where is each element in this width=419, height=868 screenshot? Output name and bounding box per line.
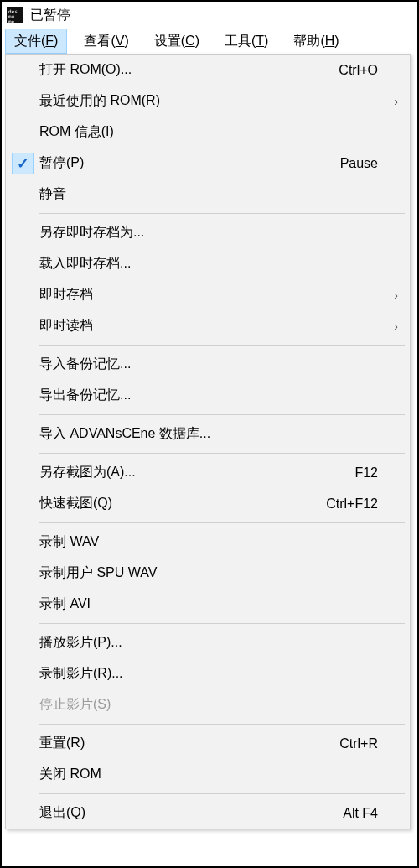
submenu-arrow-icon: ›: [378, 320, 398, 333]
menu-item-label: 录制影片(R)...: [39, 665, 311, 683]
menu-item-label: 最近使用的 ROM(R): [39, 92, 311, 110]
menubar: 文件(F)查看(V)设置(C)工具(T)帮助(H): [2, 29, 417, 54]
menu-item-label: 载入即时存档...: [39, 255, 311, 273]
menu-item-4[interactable]: 静音: [6, 179, 410, 210]
submenu-arrow-icon: ›: [378, 95, 398, 108]
menu-item-label: 停止影片(S): [39, 696, 311, 714]
menubar-item-2[interactable]: 设置(C): [146, 29, 208, 54]
menu-separator: [39, 724, 405, 725]
svg-text:me: me: [8, 18, 15, 23]
menu-separator: [39, 453, 405, 454]
menu-item-label: 静音: [39, 185, 311, 203]
menu-item-label: 暂停(P): [39, 154, 311, 172]
menubar-item-0[interactable]: 文件(F): [5, 29, 67, 54]
submenu-arrow-icon: ›: [378, 288, 398, 302]
menu-separator: [39, 345, 405, 346]
menu-item-label: 另存即时存档为...: [39, 224, 311, 242]
menu-item-label: 另存截图为(A)...: [39, 464, 311, 481]
menu-item-9[interactable]: 即时读档›: [6, 310, 410, 341]
menu-separator: [39, 213, 405, 214]
menu-item-label: 录制 AVI: [39, 595, 311, 613]
menu-item-11[interactable]: 导入备份记忆...: [6, 349, 410, 380]
menu-item-label: 导出备份记忆...: [39, 387, 311, 404]
menu-item-accel: Alt F4: [311, 806, 378, 821]
menu-item-accel: Ctrl+F12: [311, 496, 378, 512]
menu-item-30[interactable]: 退出(Q)Alt F4: [6, 798, 410, 829]
menu-item-label: 即时读档: [39, 317, 311, 335]
menu-item-accel: F12: [311, 465, 378, 481]
menu-item-label: 打开 ROM(O)...: [39, 61, 311, 79]
menu-item-accel: Ctrl+O: [311, 63, 378, 78]
menu-separator: [39, 414, 405, 415]
menu-item-label: 重置(R): [39, 735, 311, 752]
menu-item-20[interactable]: 录制用户 SPU WAV: [6, 558, 410, 589]
menu-item-label: 关闭 ROM: [39, 766, 311, 783]
menu-item-label: 快速截图(Q): [39, 495, 311, 512]
menu-item-14[interactable]: 导入 ADVANsCEne 数据库...: [6, 418, 410, 450]
menu-item-accel: Ctrl+R: [311, 736, 378, 751]
menubar-item-1[interactable]: 查看(V): [75, 29, 137, 54]
menu-check-col: ✓: [6, 153, 39, 174]
menu-item-label: 播放影片(P)...: [39, 634, 311, 652]
menu-item-label: ROM 信息(I): [39, 123, 311, 141]
file-menu-dropdown: 打开 ROM(O)...Ctrl+O最近使用的 ROM(R)›ROM 信息(I)…: [5, 54, 411, 829]
titlebar: des mu me 已暂停: [2, 2, 417, 29]
menu-item-label: 即时存档: [39, 286, 311, 304]
menu-item-label: 导入备份记忆...: [39, 356, 311, 373]
menu-item-label: 录制用户 SPU WAV: [39, 564, 311, 582]
menu-item-27[interactable]: 重置(R)Ctrl+R: [6, 728, 410, 759]
menu-item-17[interactable]: 快速截图(Q)Ctrl+F12: [6, 488, 410, 519]
menu-item-2[interactable]: ROM 信息(I): [6, 117, 410, 148]
check-icon: ✓: [17, 154, 29, 173]
menu-item-0[interactable]: 打开 ROM(O)...Ctrl+O: [6, 55, 410, 86]
menu-item-19[interactable]: 录制 WAV: [6, 527, 410, 558]
menubar-item-4[interactable]: 帮助(H): [285, 29, 347, 54]
menu-item-label: 录制 WAV: [39, 533, 311, 551]
menu-item-23[interactable]: 播放影片(P)...: [6, 627, 410, 658]
window-title: 已暂停: [30, 7, 70, 24]
menu-item-label: 退出(Q): [39, 804, 311, 822]
menu-item-8[interactable]: 即时存档›: [6, 279, 410, 310]
menu-item-label: 导入 ADVANsCEne 数据库...: [39, 425, 311, 443]
menu-item-1[interactable]: 最近使用的 ROM(R)›: [6, 86, 410, 117]
menu-item-21[interactable]: 录制 AVI: [6, 589, 410, 620]
menu-separator: [39, 522, 405, 523]
desmume-icon: des mu me: [7, 7, 23, 23]
menu-item-12[interactable]: 导出备份记忆...: [6, 380, 410, 411]
menu-item-25: 停止影片(S): [6, 689, 410, 720]
menu-item-3[interactable]: ✓暂停(P)Pause: [6, 148, 410, 179]
menu-separator: [39, 623, 405, 624]
menubar-item-3[interactable]: 工具(T): [216, 29, 277, 54]
menu-item-28[interactable]: 关闭 ROM: [6, 759, 410, 790]
menu-item-6[interactable]: 另存即时存档为...: [6, 217, 410, 248]
menu-item-24[interactable]: 录制影片(R)...: [6, 658, 410, 689]
menu-item-7[interactable]: 载入即时存档...: [6, 248, 410, 279]
menu-item-accel: Pause: [311, 156, 378, 171]
menu-item-16[interactable]: 另存截图为(A)...F12: [6, 457, 410, 488]
menu-separator: [39, 793, 405, 794]
